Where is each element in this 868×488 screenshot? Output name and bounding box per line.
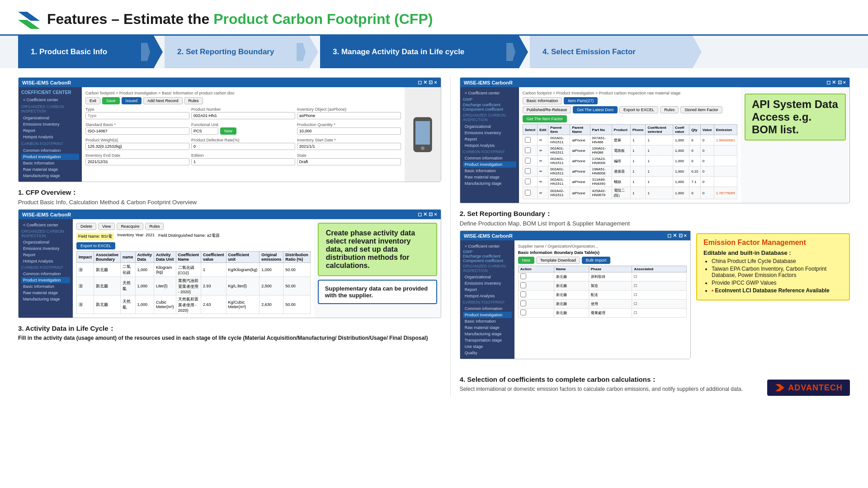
- export-excel-button-2[interactable]: Export to EXCEL: [619, 106, 658, 113]
- sidebar-common-info[interactable]: Common information: [21, 147, 79, 154]
- w4-common-info[interactable]: Common information: [463, 305, 512, 312]
- rules-button-3[interactable]: Rules: [660, 106, 679, 113]
- save-button[interactable]: Save: [102, 97, 120, 104]
- w4-use-stage[interactable]: Use stage: [463, 343, 512, 350]
- type-input[interactable]: [85, 112, 189, 119]
- sidebar-report[interactable]: Report: [21, 127, 79, 134]
- export-excel-button[interactable]: Export to EXCEL: [76, 242, 115, 249]
- functional-unit-input[interactable]: [191, 127, 218, 135]
- w2-hotspot[interactable]: Hotspot Analysis: [21, 258, 70, 264]
- section2-heading: 2. Set Reporting Boundary：: [460, 210, 850, 218]
- cb[interactable]: [520, 282, 526, 288]
- window2-main: Delete View Reacquire Rules Field Name: …: [73, 219, 314, 318]
- w4-raw-material[interactable]: Raw material stage: [463, 324, 512, 331]
- step-4[interactable]: 4. Select Emission Factor: [530, 36, 702, 68]
- table-row: 新北廳廢棄處理☐: [518, 309, 686, 318]
- sidebar-emissions[interactable]: Emissions Inventory: [21, 121, 79, 127]
- inventory-object-input[interactable]: [297, 112, 401, 119]
- delete-button[interactable]: Delete: [76, 223, 96, 230]
- sidebar-raw-material[interactable]: Raw material stage: [21, 166, 79, 173]
- w3-common-info[interactable]: Common information: [463, 155, 516, 161]
- w3-organizational[interactable]: Organizational: [463, 123, 516, 130]
- issued-button[interactable]: Issued: [122, 97, 142, 104]
- window3-main: Carbon footprint > Product Investigation…: [519, 87, 741, 203]
- edition-input[interactable]: [191, 158, 295, 165]
- product-weight-input[interactable]: [85, 143, 189, 150]
- w2-raw-material[interactable]: Raw material stage: [21, 290, 70, 296]
- w2-basic-info[interactable]: Basic information: [21, 283, 70, 290]
- reacquire-button[interactable]: Reacquire: [117, 223, 143, 230]
- exit-button[interactable]: Exit: [85, 97, 100, 104]
- w3-coefficient[interactable]: < Coefficient center: [463, 90, 516, 96]
- w3-manufacturing[interactable]: Manufacturing stage: [463, 180, 516, 187]
- w3-hotspot[interactable]: Hotspot Analysis: [463, 142, 516, 149]
- w4-coefficient[interactable]: < Coefficient center: [463, 243, 512, 249]
- section4-heading: 4. Selection of coefficients to complete…: [460, 375, 743, 384]
- cb[interactable]: [520, 273, 526, 279]
- w4-basic-info-sub[interactable]: Basic information: [463, 318, 512, 324]
- w3-product-investigation[interactable]: Product investigation: [463, 161, 516, 168]
- w4-hotspot[interactable]: Hotspot Analysis: [463, 293, 512, 299]
- production-qty-input[interactable]: [297, 127, 401, 135]
- section1-heading: 1. CFP Overview：: [18, 188, 441, 197]
- get-latest-button[interactable]: Get The Latest Dom: [573, 106, 618, 113]
- sidebar-organizational[interactable]: Organizational: [21, 115, 79, 121]
- w2-common-info[interactable]: Common information: [21, 271, 70, 277]
- bulk-import-btn[interactable]: Bulk Import: [582, 257, 611, 264]
- w4-quality[interactable]: Quality: [463, 350, 512, 356]
- row-checkbox[interactable]: [525, 137, 531, 143]
- sidebar-manufacturing[interactable]: Manufacturing stage: [21, 173, 79, 179]
- sidebar-basic-info[interactable]: Basic Information: [21, 160, 79, 166]
- w4-transportation[interactable]: Transportation stage: [463, 337, 512, 343]
- item-parts-tab[interactable]: Item Parts(27): [564, 97, 598, 104]
- stored-factor-button[interactable]: Stored Item Factor: [680, 106, 722, 113]
- step-3[interactable]: 3. Manage Activity Data in Life cycle: [320, 36, 528, 68]
- step-1[interactable]: 1. Product Basic Info: [18, 36, 163, 68]
- new-button[interactable]: New: [220, 127, 236, 135]
- add-record-button[interactable]: Add Next Record: [143, 97, 183, 104]
- w4-emissions[interactable]: Emissions Inventory: [463, 280, 512, 286]
- w3-report[interactable]: Report: [463, 136, 516, 142]
- row-checkbox[interactable]: [525, 147, 531, 153]
- template-download-btn[interactable]: Template Download: [536, 257, 580, 264]
- view-button[interactable]: View: [98, 223, 115, 230]
- row-checkbox[interactable]: [525, 158, 531, 164]
- rules-button[interactable]: Rules: [184, 97, 203, 104]
- published-button[interactable]: Published/Re-Release: [523, 106, 571, 113]
- w4-product-investigation[interactable]: Product investigation: [463, 312, 512, 318]
- row-checkbox[interactable]: [525, 178, 531, 184]
- basic-info-tab[interactable]: Basic Information: [523, 97, 562, 104]
- table-row: ✏ 002A01-HN1511 aiPhone 313A99-HN8390 螺絲…: [523, 177, 737, 187]
- start-date-input[interactable]: [297, 143, 401, 150]
- w2-report[interactable]: Report: [21, 252, 70, 258]
- w3-raw-material[interactable]: Raw material stage: [463, 174, 516, 180]
- step-2[interactable]: 2. Set Reporting Boundary: [165, 36, 318, 68]
- cb[interactable]: [520, 300, 526, 306]
- get-item-factor-button[interactable]: Get The Item Factor: [523, 115, 567, 122]
- row-checkbox[interactable]: [525, 168, 531, 174]
- w4-organizational[interactable]: Organizational: [463, 274, 512, 280]
- sidebar-coefficient-center[interactable]: < Coefficient center: [21, 97, 79, 103]
- cb[interactable]: [520, 310, 526, 315]
- standard-basis-input[interactable]: [85, 127, 189, 135]
- w4-report[interactable]: Report: [463, 286, 512, 293]
- end-date-input[interactable]: [85, 158, 189, 165]
- rules-button-2[interactable]: Rules: [145, 223, 164, 230]
- cb[interactable]: [520, 291, 526, 297]
- w3-basic-info[interactable]: Basic information: [463, 168, 516, 174]
- defective-rate-input[interactable]: [191, 143, 295, 150]
- w3-emissions[interactable]: Emissions Inventory: [463, 130, 516, 136]
- w2-manufacturing[interactable]: Manufacturing stage: [21, 296, 70, 302]
- sidebar-hotspot[interactable]: Hotspot Analysis: [21, 134, 79, 140]
- window1-body: COEFFICIENT CENTER < Coefficient center …: [19, 87, 441, 182]
- w2-organizational[interactable]: Organizational: [21, 239, 70, 245]
- w2-coefficient[interactable]: < Coefficient center: [21, 222, 70, 228]
- w2-emissions[interactable]: Emissions Inventory: [21, 245, 70, 252]
- new-btn-2[interactable]: New: [518, 257, 534, 264]
- state-input[interactable]: [297, 158, 401, 165]
- product-number-input[interactable]: [191, 112, 295, 119]
- w4-manufacturing[interactable]: Manufacturing stage: [463, 331, 512, 337]
- sidebar-product-investigation[interactable]: Product investigation: [21, 154, 79, 160]
- w2-product-investigation[interactable]: Product investigation: [21, 277, 70, 283]
- row-checkbox[interactable]: [525, 190, 531, 196]
